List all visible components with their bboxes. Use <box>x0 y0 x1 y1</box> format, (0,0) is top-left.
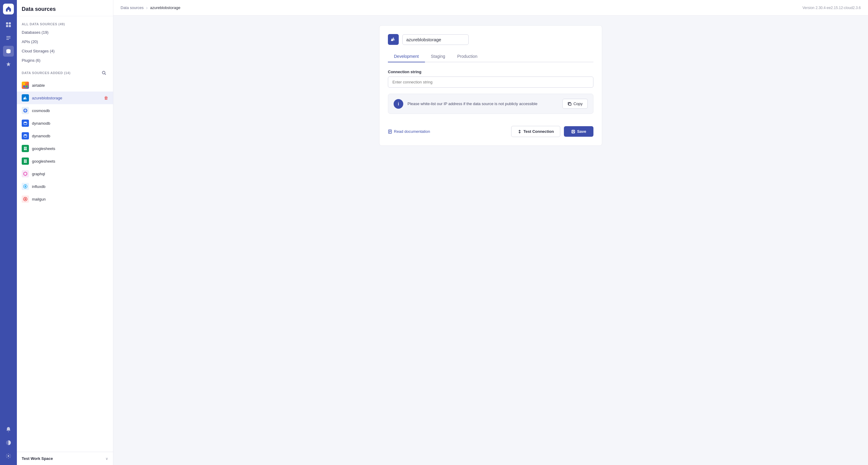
datasource-name-airtable: airtable <box>32 83 101 88</box>
svg-point-9 <box>102 71 105 74</box>
datasource-name-graphql: graphql <box>32 172 101 176</box>
datasource-name-azureblobstorage: azureblobstorage <box>32 96 101 100</box>
breadcrumb-parent[interactable]: Data sources <box>121 5 144 10</box>
datasource-item-airtable[interactable]: airtable 🗑 <box>17 79 113 92</box>
category-apis[interactable]: APIs (20) <box>17 37 113 46</box>
datasource-item-googlesheets2[interactable]: googlesheets 🗑 <box>17 155 113 167</box>
svg-rect-2 <box>6 25 8 27</box>
search-datasources-button[interactable] <box>100 69 108 77</box>
datasource-name-cosmosdb: cosmosdb <box>32 108 101 113</box>
sidebar-title: Data sources <box>17 0 113 16</box>
azure-icon <box>22 94 29 101</box>
graphql-icon <box>22 170 29 177</box>
test-connection-icon <box>518 130 522 134</box>
nav-editor-icon[interactable] <box>3 33 14 43</box>
datasource-name-mailgun: mailgun <box>32 197 101 201</box>
svg-point-31 <box>25 175 26 175</box>
tab-staging[interactable]: Staging <box>425 51 451 62</box>
copy-ip-button[interactable]: Copy <box>562 99 588 109</box>
dynamodb1-icon <box>22 120 29 127</box>
datasource-title-row <box>388 34 593 45</box>
datasource-name-input[interactable] <box>402 34 469 45</box>
cosmosdb-icon <box>22 107 29 114</box>
svg-point-27 <box>24 172 27 175</box>
googlesheets2-icon <box>22 158 29 165</box>
nav-notifications-icon[interactable] <box>3 424 14 435</box>
datasource-item-influxdb[interactable]: influxdb 🗑 <box>17 180 113 193</box>
svg-point-39 <box>25 198 26 200</box>
svg-point-28 <box>25 172 26 172</box>
category-databases[interactable]: Databases (19) <box>17 28 113 37</box>
category-cloud-storages[interactable]: Cloud Storages (4) <box>17 46 113 56</box>
docs-icon <box>388 130 392 134</box>
save-icon <box>571 130 575 134</box>
test-connection-button[interactable]: Test Connection <box>511 126 560 137</box>
save-button[interactable]: Save <box>564 126 593 137</box>
tab-development[interactable]: Development <box>388 51 425 62</box>
nav-datasources-icon[interactable] <box>3 46 14 57</box>
added-sources-header: DATA SOURCES ADDED (14) <box>17 65 113 79</box>
footer-actions: Test Connection Save <box>511 126 593 137</box>
svg-point-16 <box>24 110 27 111</box>
datasource-item-graphql[interactable]: graphql 🗑 <box>17 167 113 180</box>
svg-point-14 <box>24 109 27 112</box>
app-logo[interactable] <box>3 4 14 14</box>
svg-point-29 <box>27 173 27 173</box>
icon-nav <box>0 0 17 465</box>
datasource-item-googlesheets1[interactable]: googlesheets 🗑 <box>17 142 113 155</box>
datasource-item-cosmosdb[interactable]: cosmosdb 🗑 <box>17 104 113 117</box>
nav-settings-icon[interactable] <box>3 451 14 461</box>
svg-rect-5 <box>6 38 10 38</box>
connection-string-label: Connection string <box>388 70 593 74</box>
influxdb-icon <box>22 183 29 190</box>
dynamodb2-icon <box>22 132 29 139</box>
copy-icon <box>567 102 572 106</box>
tab-production[interactable]: Production <box>451 51 484 62</box>
svg-rect-48 <box>572 132 574 133</box>
svg-rect-1 <box>9 22 11 24</box>
datasource-item-mailgun[interactable]: mailgun 🗑 <box>17 193 113 205</box>
all-sources-label: ALL DATA SOURCES (49) <box>17 19 113 28</box>
nav-plugins-icon[interactable] <box>3 59 14 70</box>
version-label: Version 2.30.4-ee2.15.12-cloud2.3.6 <box>803 6 861 10</box>
nav-apps-icon[interactable] <box>3 19 14 30</box>
svg-rect-0 <box>6 22 8 24</box>
svg-rect-6 <box>6 39 9 40</box>
svg-rect-13 <box>26 86 27 87</box>
workspace-footer[interactable]: Test Work Space ∨ <box>17 452 113 465</box>
svg-point-18 <box>24 134 27 135</box>
datasource-name-dynamodb1: dynamodb <box>32 121 101 126</box>
breadcrumb: Data sources › azureblobstorage <box>121 5 180 10</box>
category-plugins[interactable]: Plugins (6) <box>17 56 113 65</box>
svg-point-8 <box>8 455 9 457</box>
datasource-item-dynamodb2[interactable]: dynamodb 🗑 <box>17 130 113 142</box>
svg-rect-47 <box>572 130 574 131</box>
topbar: Data sources › azureblobstorage Version … <box>113 0 868 16</box>
googlesheets1-icon <box>22 145 29 152</box>
added-sources-label: DATA SOURCES ADDED (14) <box>22 71 70 75</box>
breadcrumb-separator: › <box>146 5 148 10</box>
datasource-item-azureblobstorage[interactable]: azureblobstorage 🗑 <box>17 92 113 104</box>
svg-rect-10 <box>23 83 25 85</box>
ip-whitelist-info-box: i Please white-list our IP address if th… <box>388 94 593 114</box>
svg-point-33 <box>24 173 24 173</box>
workspace-name: Test Work Space <box>22 456 53 461</box>
info-icon: i <box>394 99 403 109</box>
airtable-icon <box>22 81 29 89</box>
copy-button-label: Copy <box>574 101 583 106</box>
read-docs-link[interactable]: Read documentation <box>388 129 430 134</box>
connection-string-input[interactable] <box>388 76 593 88</box>
delete-azure-icon[interactable]: 🗑 <box>104 96 108 100</box>
datasource-name-googlesheets2: googlesheets <box>32 159 101 164</box>
svg-rect-4 <box>6 36 10 37</box>
datasource-name-dynamodb2: dynamodb <box>32 134 101 138</box>
form-footer: Read documentation Test Connection <box>388 121 593 137</box>
datasource-form-icon <box>388 34 399 45</box>
svg-point-30 <box>27 174 27 175</box>
svg-point-35 <box>25 186 26 187</box>
sidebar-content: ALL DATA SOURCES (49) Databases (19) API… <box>17 16 113 452</box>
datasource-item-dynamodb1[interactable]: dynamodb 🗑 <box>17 117 113 130</box>
nav-theme-icon[interactable] <box>3 437 14 448</box>
svg-point-17 <box>24 122 27 123</box>
save-label: Save <box>577 129 586 134</box>
